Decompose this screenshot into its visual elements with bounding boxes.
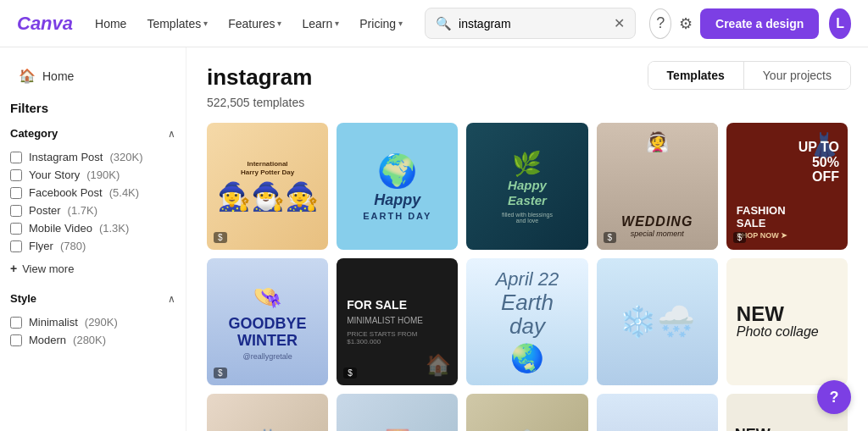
template-card[interactable]: FOR SALEMINIMALIST HOME PRICE STARTS FRO… bbox=[337, 258, 458, 385]
poster-label: Poster bbox=[29, 204, 61, 217]
view-more-label: View more bbox=[22, 262, 74, 275]
template-card[interactable]: 👗 bbox=[207, 394, 328, 431]
features-label: Features bbox=[228, 17, 275, 30]
tab-templates[interactable]: Templates bbox=[648, 62, 744, 89]
template-card[interactable]: 🌍 Happy EARTH DAY bbox=[337, 123, 458, 250]
template-card[interactable]: 👒 GOODBYEWINTER @reallygretale $ bbox=[207, 258, 328, 385]
template-card[interactable]: 🌿 HappyEaster filled with blessingsand l… bbox=[466, 123, 587, 250]
home-label: Home bbox=[95, 17, 126, 30]
search-icon: 🔍 bbox=[436, 16, 452, 31]
filter-item[interactable]: Minimalist (290K) bbox=[10, 313, 175, 331]
card-wreath: 🌿 bbox=[512, 150, 542, 178]
minimalist-checkbox[interactable] bbox=[10, 317, 22, 329]
style-filter-group: Style ∧ Minimalist (290K) Modern (280K) bbox=[10, 292, 175, 349]
create-design-button[interactable]: Create a design bbox=[700, 8, 819, 39]
avatar[interactable]: L bbox=[829, 8, 851, 39]
sidebar-home-item[interactable]: 🏠 Home bbox=[10, 61, 175, 91]
style-collapse-icon: ∧ bbox=[168, 293, 175, 305]
collapse-icon: ∧ bbox=[168, 128, 175, 140]
chevron-down-icon: ▾ bbox=[398, 19, 403, 28]
card-earthday-script: April 22Earthday bbox=[496, 269, 559, 338]
clear-search-icon[interactable]: ✕ bbox=[614, 15, 625, 31]
style-group-header[interactable]: Style ∧ bbox=[10, 292, 175, 305]
filter-item[interactable]: Mobile Video (1.3K) bbox=[10, 219, 175, 237]
template-card[interactable]: 👰 WEDDING special moment $ bbox=[597, 123, 718, 250]
filter-item[interactable]: Your Story (190K) bbox=[10, 166, 175, 184]
filter-item[interactable]: Poster (1.7K) bbox=[10, 202, 175, 219]
minimalist-label: Minimalist bbox=[29, 316, 78, 329]
poster-checkbox[interactable] bbox=[10, 205, 22, 217]
card-characters: 🧙‍♀️🧙‍♂️🧙 bbox=[217, 180, 319, 213]
modern-checkbox[interactable] bbox=[10, 334, 22, 346]
card-goodbye-winter: GOODBYEWINTER bbox=[229, 316, 307, 350]
template-card[interactable]: 🌅 bbox=[337, 394, 458, 431]
filter-item[interactable]: Flyer (780) bbox=[10, 237, 175, 255]
flyer-label: Flyer bbox=[29, 240, 53, 252]
search-bar: 🔍 ✕ bbox=[425, 8, 636, 39]
poster-count: (1.7K) bbox=[68, 204, 97, 217]
template-card[interactable]: 🎿👒 bbox=[597, 394, 718, 431]
style-label: Style bbox=[10, 292, 36, 305]
template-card[interactable]: 👗 FASHIONSALE SHOP NOW ➤ UP TO50%OFF $ bbox=[726, 123, 848, 250]
templates-label: Templates bbox=[147, 17, 201, 30]
instagram-post-count: (320K) bbox=[109, 151, 142, 163]
pricing-label: Pricing bbox=[359, 17, 396, 30]
sidebar-home-label: Home bbox=[42, 69, 74, 83]
nav-pricing-link[interactable]: Pricing ▾ bbox=[351, 12, 411, 36]
home-icon: 🏠 bbox=[19, 68, 36, 84]
mobile-video-count: (1.3K) bbox=[99, 222, 129, 235]
card-wedding-title: WEDDING special moment bbox=[621, 214, 693, 238]
nav-home-link[interactable]: Home bbox=[86, 12, 135, 36]
filter-item[interactable]: Facebook Post (5.4K) bbox=[10, 184, 175, 202]
card-new-text: NEW bbox=[737, 304, 784, 324]
paid-badge: $ bbox=[733, 232, 747, 243]
card-earth-day-text: EARTH DAY bbox=[363, 211, 431, 221]
chevron-down-icon: ▾ bbox=[277, 19, 281, 28]
sidebar: 🏠 Home Filters Category ∧ Instagram Post… bbox=[0, 47, 186, 431]
navbar: Canva Home Templates ▾ Features ▾ Learn … bbox=[0, 0, 868, 47]
template-card[interactable]: NEW Photo collage bbox=[726, 258, 848, 385]
card-snow-content: ❄️🌨️ bbox=[619, 304, 695, 340]
instagram-post-checkbox[interactable] bbox=[10, 152, 22, 163]
category-group-header[interactable]: Category ∧ bbox=[10, 127, 175, 140]
card-fashion-label: FASHIONSALE bbox=[737, 205, 786, 229]
flyer-checkbox[interactable] bbox=[10, 240, 22, 252]
mobile-video-checkbox[interactable] bbox=[10, 223, 22, 235]
template-card[interactable]: ❄️🌨️ bbox=[597, 258, 718, 385]
view-more-button[interactable]: + View more bbox=[10, 257, 175, 280]
learn-label: Learn bbox=[302, 17, 332, 30]
search-input[interactable] bbox=[459, 17, 607, 30]
facebook-post-label: Facebook Post bbox=[29, 186, 103, 199]
help-floating-button[interactable]: ? bbox=[817, 380, 851, 414]
help-icon-btn[interactable]: ? bbox=[649, 8, 671, 39]
your-story-label: Your Story bbox=[29, 169, 80, 181]
your-story-checkbox[interactable] bbox=[10, 169, 22, 181]
card-handle: @reallygretale bbox=[243, 352, 292, 361]
plus-icon: + bbox=[10, 262, 17, 275]
facebook-post-checkbox[interactable] bbox=[10, 187, 22, 199]
paid-badge: $ bbox=[214, 232, 227, 243]
template-card[interactable]: 🏛️ bbox=[466, 394, 587, 431]
template-count: 522,505 templates bbox=[207, 96, 848, 109]
tab-your-projects[interactable]: Your projects bbox=[744, 62, 850, 89]
nav-learn-link[interactable]: Learn ▾ bbox=[293, 12, 348, 36]
filter-item[interactable]: Modern (280K) bbox=[10, 331, 175, 349]
instagram-post-label: Instagram Post bbox=[29, 151, 103, 163]
template-card[interactable]: InternationalHarry Potter Day 🧙‍♀️🧙‍♂️🧙 … bbox=[207, 123, 328, 250]
card-forsale-title: FOR SALEMINIMALIST HOME bbox=[347, 298, 423, 327]
card-title: InternationalHarry Potter Day bbox=[241, 160, 294, 178]
chevron-down-icon: ▾ bbox=[335, 19, 339, 28]
category-filter-group: Category ∧ Instagram Post (320K) Your St… bbox=[10, 127, 175, 280]
nav-templates-link[interactable]: Templates ▾ bbox=[138, 12, 216, 36]
canva-logo[interactable]: Canva bbox=[17, 13, 73, 35]
main-content: Templates Your projects instagram 522,50… bbox=[186, 47, 868, 431]
templates-grid: InternationalHarry Potter Day 🧙‍♀️🧙‍♂️🧙 … bbox=[207, 123, 848, 431]
nav-features-link[interactable]: Features ▾ bbox=[220, 12, 290, 36]
template-card[interactable]: April 22Earthday 🌏 bbox=[466, 258, 587, 385]
card-forsale-price: PRICE STARTS FROM$1.300.000 bbox=[347, 330, 417, 345]
settings-icon-btn[interactable]: ⚙ bbox=[675, 8, 697, 39]
tab-bar: Templates Your projects bbox=[648, 61, 851, 90]
facebook-post-count: (5.4K) bbox=[109, 186, 139, 199]
filter-item[interactable]: Instagram Post (320K) bbox=[10, 148, 175, 166]
card-globe2: 🌏 bbox=[510, 342, 544, 374]
